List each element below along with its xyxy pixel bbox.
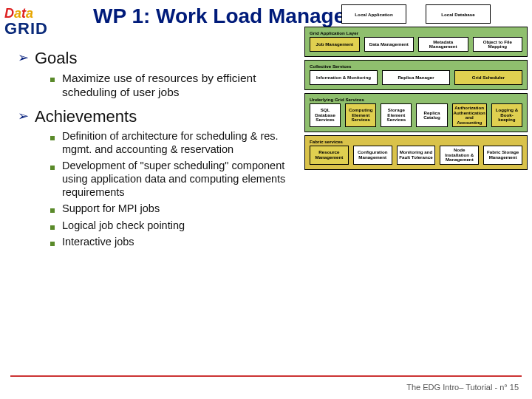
chevron-right-icon: ➢ (18, 107, 29, 126)
bullet-icon (50, 78, 55, 82)
diagram-box: Resource Management (310, 146, 349, 165)
diagram-layer-title: Collective Services (310, 64, 522, 69)
diagram-box: Local Database (426, 4, 491, 24)
diagram-box: Fabric Storage Management (483, 146, 522, 165)
diagram-box: Replica Manager (382, 70, 450, 85)
diagram-layer: Grid Application LayerJob ManagementData… (304, 27, 528, 57)
diagram-box: SQL Database Services (310, 103, 341, 127)
goals-heading: Goals (35, 49, 77, 68)
diagram-box: Local Application (341, 4, 406, 24)
achievement-item: Logical job check pointing (62, 219, 185, 232)
bullet-icon (50, 242, 55, 246)
diagram-box: Configuration Management (353, 146, 392, 165)
bullet-icon (50, 225, 55, 230)
diagram-layer: Underlying Grid ServicesSQL Database Ser… (304, 93, 528, 132)
diagram-layer-title: Grid Application Layer (310, 30, 522, 35)
diagram-box: Object to File Mapping (473, 37, 523, 52)
achievement-item: Support for MPI jobs (62, 202, 160, 215)
diagram-box: Information & Monitoring (310, 70, 378, 85)
datagrid-logo: Data GRID (4, 6, 71, 43)
achievement-item: Interactive jobs (62, 235, 134, 248)
footer-rule (10, 375, 522, 377)
footer-text: The EDG Intro– Tutorial - n° 15 (406, 383, 519, 392)
diagram-layer: Fabric servicesResource ManagementConfig… (304, 135, 528, 170)
diagram-box: Authorization Authentication and Account… (452, 103, 487, 127)
chevron-right-icon: ➢ (18, 49, 29, 67)
goal-item: Maximize use of resources by efficient s… (62, 71, 290, 100)
diagram-box: Job Management (310, 37, 360, 52)
diagram-box: Monitoring and Fault Tolerance (397, 146, 436, 165)
diagram-box: Metadata Management (418, 37, 468, 52)
diagram-box: Replica Catalog (416, 103, 447, 127)
diagram-box: Storage Element Services (381, 103, 412, 127)
diagram-box: Logging & Book-keeping (491, 103, 522, 127)
achievement-item: Development of "super scheduling" compon… (62, 159, 290, 199)
bullet-icon (50, 166, 55, 170)
diagram-layer: Collective ServicesInformation & Monitor… (304, 60, 528, 90)
achievements-heading: Achievements (35, 107, 137, 126)
architecture-diagram: Local Application Local Database Grid Ap… (304, 4, 528, 173)
diagram-layer-title: Fabric services (310, 139, 522, 144)
diagram-box: Computing Element Services (345, 103, 376, 127)
achievement-item: Definition of architecture for schedulin… (62, 129, 290, 156)
diagram-box: Node Installation & Management (440, 146, 479, 165)
bullet-icon (50, 208, 55, 213)
diagram-layer-title: Underlying Grid Services (310, 97, 522, 102)
diagram-box: Data Management (364, 37, 415, 52)
diagram-box: Grid Scheduler (454, 70, 522, 85)
bullet-icon (50, 136, 55, 140)
